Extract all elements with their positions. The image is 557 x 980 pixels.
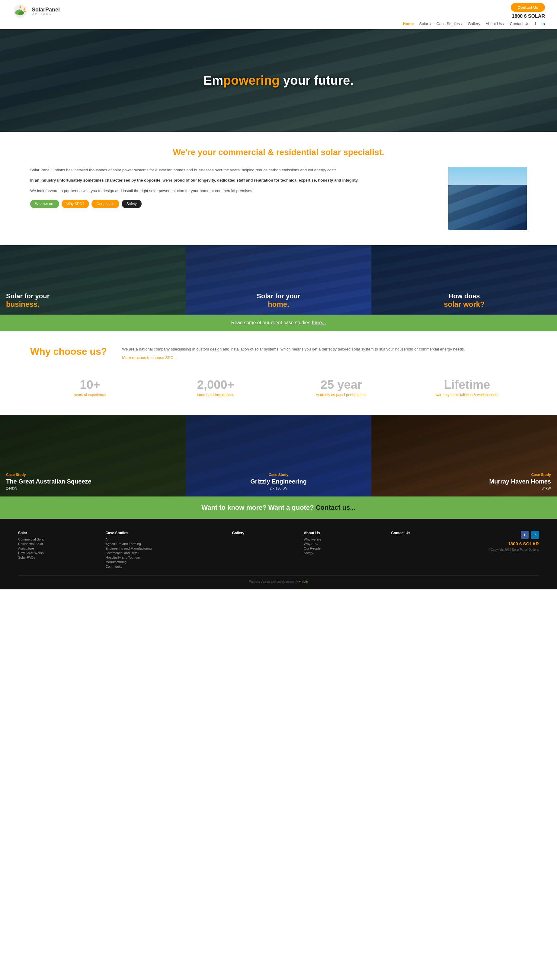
nav-home[interactable]: Home (403, 21, 414, 26)
footer-col-contact: Contact Us (391, 531, 469, 569)
footer-facebook-icon[interactable]: f (521, 531, 529, 539)
footer-link-commercial[interactable]: Commercial Solar (18, 537, 96, 541)
footer-contact-heading: Contact Us (391, 531, 469, 535)
stat-lifetime: Lifetime warranty on installation & work… (407, 378, 527, 397)
footer-copyright: ©Copyright 2024 Solar Panel Options (479, 548, 539, 552)
case-studies-banner[interactable]: Read some of our client case studies her… (0, 315, 557, 331)
about-dropdown: ▾ (503, 23, 505, 26)
footer-social: f in (479, 531, 539, 539)
why-spo-button[interactable]: Why SPO? (62, 200, 89, 208)
footer-link-manufacturing[interactable]: Manufacturing (105, 560, 223, 564)
footer-link-how-solar[interactable]: How Solar Works (18, 551, 96, 555)
quote-link[interactable]: Contact us... (316, 504, 356, 511)
logo-icon (12, 3, 29, 19)
nav-contact[interactable]: Contact Us (510, 21, 529, 26)
footer: Solar Commercial Solar Residential Solar… (0, 519, 557, 589)
squeeze-content: Case Study The Great Australian Squeeze … (6, 473, 180, 490)
specialist-para1: Solar Panel Options has installed thousa… (30, 167, 436, 174)
squeeze-title: The Great Australian Squeeze (6, 478, 180, 485)
specialist-content: Solar Panel Options has installed thousa… (30, 167, 527, 230)
nav-gallery[interactable]: Gallery (468, 21, 480, 26)
footer-link-faqs[interactable]: Solar FAQs (18, 556, 96, 559)
specialist-buttons: Who we are Why SPO? Our people Safety (30, 200, 436, 208)
footer-credit-agency: ✦ note (298, 580, 308, 583)
nav-solar[interactable]: Solar ▾ (419, 21, 431, 26)
footer-link-our-people[interactable]: Our People (304, 547, 382, 550)
stat-experience: 10+ years of experience (30, 378, 150, 397)
our-people-button[interactable]: Our people (91, 200, 119, 208)
footer-link-agriculture[interactable]: Agriculture (18, 547, 96, 550)
why-left: Why choose us? (30, 346, 107, 357)
logo-options: OPTIONS (32, 12, 60, 15)
case-squeeze[interactable]: Case Study The Great Australian Squeeze … (0, 415, 186, 496)
why-desc: We are a national company specialising i… (122, 346, 527, 353)
stats-row: 10+ years of experience 2,000+ successfu… (0, 375, 557, 415)
grizzly-kw: 2 x 100KW (192, 486, 365, 490)
why-more-link[interactable]: More reasons to choose SPO... (122, 355, 177, 360)
stat-experience-number: 10+ (30, 378, 150, 391)
footer-link-hospitality[interactable]: Hospitality and Tourism (105, 556, 223, 559)
grizzly-content: Case Study Grizzly Engineering 2 x 100KW (192, 473, 365, 490)
logo-area: SolarPanel OPTIONS (12, 3, 60, 19)
murray-case-label: Case Study (377, 473, 551, 477)
case-dropdown: ▾ (461, 23, 463, 26)
header-right: Contact Us 1800 6 SOLAR (511, 3, 545, 19)
specialist-section: We're your commercial & residential sola… (0, 132, 557, 245)
specialist-text: Solar Panel Options has installed thousa… (30, 167, 436, 208)
hero-post: your future. (280, 73, 353, 88)
logo-text-block: SolarPanel OPTIONS (32, 7, 60, 15)
why-section: Why choose us? We are a national company… (0, 331, 557, 375)
case-studies-grid: Case Study The Great Australian Squeeze … (0, 415, 557, 496)
contact-us-button[interactable]: Contact Us (511, 3, 545, 12)
solar-how[interactable]: How does solar work? (371, 245, 557, 315)
hero-text: Empowering your future. (204, 73, 353, 88)
nav-about[interactable]: About Us ▾ (486, 21, 505, 26)
specialist-para2: In an industry unfortunately sometimes c… (30, 177, 436, 184)
footer-top: Solar Commercial Solar Residential Solar… (18, 531, 539, 569)
stat-experience-label: years of experience (30, 393, 150, 397)
stat-installations: 2,000+ successful installations (156, 378, 275, 397)
nav-bar: Home Solar ▾ Case Studies ▾ Gallery Abou… (0, 19, 557, 29)
who-we-are-button[interactable]: Who we are (30, 200, 59, 208)
case-grizzly[interactable]: Case Study Grizzly Engineering 2 x 100KW (186, 415, 371, 496)
logo-solar: SolarPanel (32, 6, 60, 13)
quote-text: Want to know more? Want a quote? (201, 504, 316, 511)
header-top: SolarPanel OPTIONS Contact Us 1800 6 SOL… (0, 0, 557, 19)
how-text: How does solar work? (377, 292, 551, 308)
nav-linkedin[interactable]: in (541, 21, 545, 26)
grizzly-case-label: Case Study (192, 473, 365, 477)
murray-kw: 84kW (377, 486, 551, 490)
footer-link-engineering[interactable]: Engineering and Manufacturing (105, 547, 223, 550)
footer-link-who-we-are[interactable]: Why we are (304, 537, 382, 541)
why-title: Why choose us? (30, 346, 107, 357)
safety-button[interactable]: Safety (122, 200, 142, 208)
roof-sky (448, 167, 527, 185)
stat-lifetime-label: warranty on installation & workmanship (407, 393, 527, 397)
footer-link-why-spo[interactable]: Why SPO (304, 542, 382, 546)
stat-warranty-number: 25 year (282, 378, 401, 391)
solar-home[interactable]: Solar for your home. (186, 245, 371, 315)
footer-linkedin-icon[interactable]: in (531, 531, 539, 539)
footer-link-community[interactable]: Community (105, 565, 223, 568)
footer-col-gallery: Gallery (232, 531, 295, 569)
header: SolarPanel OPTIONS Contact Us 1800 6 SOL… (0, 0, 557, 29)
footer-phone: 1800 6 SOLAR (479, 541, 539, 546)
nav-case-studies[interactable]: Case Studies ▾ (436, 21, 463, 26)
quote-banner[interactable]: Want to know more? Want a quote? Contact… (0, 496, 557, 519)
solar-business[interactable]: Solar for your business. (0, 245, 186, 315)
footer-link-safety[interactable]: Safety (304, 551, 382, 555)
case-murray[interactable]: Case Study Murray Haven Homes 84kW (371, 415, 557, 496)
why-right: We are a national company specialising i… (122, 346, 527, 360)
banner-text: Read some of our client case studies (231, 320, 312, 325)
footer-link-all[interactable]: All (105, 537, 223, 541)
footer-link-agri-farming[interactable]: Agriculture and Farming (105, 542, 223, 546)
footer-link-residential[interactable]: Residential Solar (18, 542, 96, 546)
solar-grid: Solar for your business. Solar for your … (0, 245, 557, 315)
footer-right: f in 1800 6 SOLAR ©Copyright 2024 Solar … (479, 531, 539, 569)
solar-dropdown: ▾ (430, 23, 431, 26)
footer-link-commercial-retail[interactable]: Commercial and Retail (105, 551, 223, 555)
footer-col-solar: Solar Commercial Solar Residential Solar… (18, 531, 96, 569)
banner-link[interactable]: here... (311, 320, 326, 325)
nav-facebook[interactable]: f (535, 21, 536, 26)
stat-installations-label: successful installations (156, 393, 275, 397)
